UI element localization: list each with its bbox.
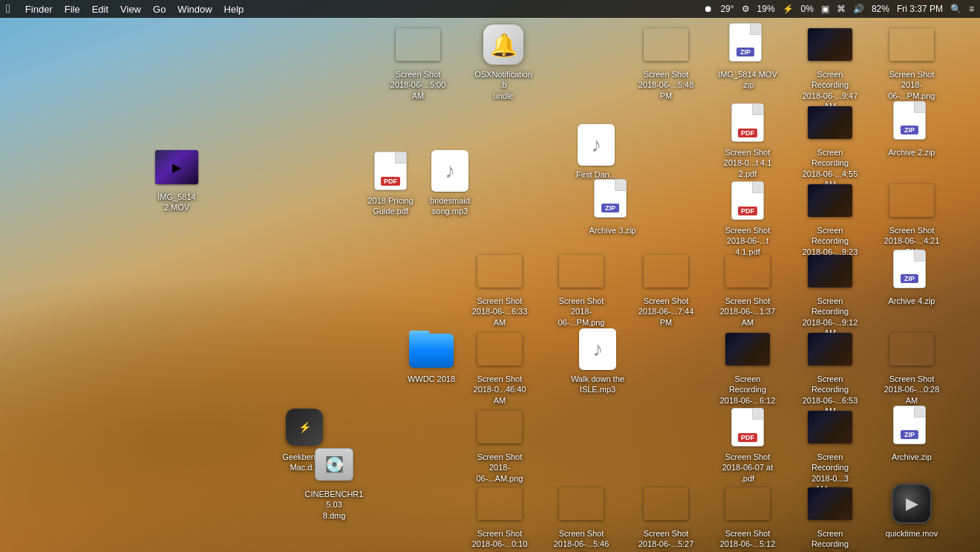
icon-ss-18[interactable]: Screen Shot2018-06-...5:12 PM bbox=[718, 481, 777, 552]
music-file-icon: ♪ bbox=[575, 327, 620, 371]
icon-bridesmaid[interactable]: ♪ bridesmaidsong.mp3 bbox=[420, 149, 480, 217]
icon-ss-5[interactable]: PDF Screen Shot2018-06-...t 4.1.pdf bbox=[718, 178, 777, 257]
icon-ss-9[interactable]: Screen Shot2018-06-...7:44 PM bbox=[636, 249, 696, 328]
icon-img-mov[interactable]: ZIP IMG_5814.MOV.zip bbox=[718, 22, 777, 91]
icon-ss-8[interactable]: Screen Shot2018-06-...PM.png bbox=[552, 249, 611, 328]
icon-label: CINEBENCHR15.038.dmg bbox=[304, 489, 364, 521]
icon-ss-14[interactable]: PDF Screen Shot2018-06-07 at .pdf bbox=[718, 405, 777, 484]
icon-quicktime[interactable]: ▶ quicktime.mov bbox=[882, 481, 941, 539]
icon-label: IMG_5814.MOV.zip bbox=[718, 69, 777, 91]
icon-osx[interactable]: 🔔 OSXNotification.bundle bbox=[474, 22, 533, 101]
icon-label: Screen Shot2018-0...46:40 AM bbox=[470, 374, 529, 406]
quicktime-icon: ▶ bbox=[889, 481, 934, 526]
icon-thumbnail bbox=[644, 481, 688, 526]
icon-thumbnail bbox=[725, 249, 770, 293]
pdf-file-icon: PDF bbox=[725, 405, 770, 449]
icon-img-mov2[interactable]: ▶ IMG_5814 2.MOV bbox=[147, 145, 206, 213]
view-menu[interactable]: View bbox=[120, 4, 141, 15]
icon-ss-12[interactable]: Screen Shot2018-06-...0:28 AM bbox=[882, 327, 941, 406]
icon-recording-5[interactable]: Screen Recording2018-06-...6:12 PM bbox=[718, 327, 777, 416]
icon-thumbnail bbox=[477, 405, 522, 449]
icon-label: Screen Shot2018-06-...7:44 PM bbox=[636, 296, 696, 328]
help-menu[interactable]: Help bbox=[224, 4, 244, 15]
zip-file-icon: ZIP bbox=[889, 100, 934, 145]
icon-ss-4[interactable]: PDF Screen Shot2018-0...t 4.1 2.pdf bbox=[718, 100, 777, 179]
search-icon[interactable]: 🔍 bbox=[950, 4, 961, 14]
icon-label: Screen Shot2018-06-...5:27 PM bbox=[636, 528, 696, 552]
icon-ss-3[interactable]: Screen Shot2018-06-...PM.png bbox=[882, 22, 941, 101]
icon-archive2[interactable]: ZIP Archive 2.zip bbox=[882, 100, 941, 158]
icon-label: Screen Shot2018-06-...5:48 PM bbox=[636, 69, 696, 101]
icon-recording-4[interactable]: Screen Recording2018-06-...9:12 AM bbox=[800, 249, 860, 338]
icon-recording-8[interactable]: Screen Recording2018-06-...7:44 AM bbox=[800, 481, 860, 552]
folder-icon bbox=[409, 327, 454, 371]
menubar-left:  Finder File Edit View Go Window Help bbox=[6, 2, 244, 16]
icon-label: IMG_5814 2.MOV bbox=[147, 192, 206, 213]
temperature: 29° bbox=[720, 4, 734, 14]
icon-archive3[interactable]: ZIP Archive 3.zip bbox=[583, 178, 642, 236]
apple-menu[interactable]:  bbox=[6, 2, 10, 16]
pdf-file-icon: PDF bbox=[725, 100, 770, 145]
display-icon[interactable]: ▣ bbox=[821, 4, 829, 14]
icon-firstdance[interactable]: ♪ First Dan... bbox=[566, 123, 626, 180]
icon-ss-2[interactable]: Screen Shot2018-06-...5:48 PM bbox=[636, 22, 696, 101]
icon-thumbnail bbox=[808, 22, 852, 67]
icon-thumbnail bbox=[808, 481, 852, 526]
zip-file-icon: ZIP bbox=[889, 249, 934, 293]
icon-ss-11[interactable]: Screen Shot2018-0...46:40 AM bbox=[470, 327, 529, 406]
edit-menu[interactable]: Edit bbox=[92, 4, 108, 15]
icon-label: OSXNotification.bundle bbox=[474, 69, 533, 101]
icon-cinebench[interactable]: 💽 CINEBENCHR15.038.dmg bbox=[304, 442, 364, 521]
icon-thumbnail bbox=[889, 327, 934, 371]
icon-wwdc[interactable]: WWDC 2018 bbox=[402, 327, 461, 384]
icon-ss-13[interactable]: Screen Shot2018-06-...AM.png bbox=[470, 405, 529, 484]
icon-ss-6[interactable]: Screen Shot2018-06-...4:21 PM bbox=[882, 178, 941, 257]
video-file-icon: ▶ bbox=[154, 145, 199, 189]
icon-recording-6[interactable]: Screen Recording2018-06-...6:53 AM bbox=[800, 327, 860, 416]
icon-recording-1[interactable]: Screen Recording2018-06-...9:47 AM bbox=[800, 22, 860, 111]
file-menu[interactable]: File bbox=[65, 4, 80, 15]
icon-thumbnail bbox=[808, 100, 852, 145]
icon-thumbnail bbox=[477, 481, 522, 526]
icon-walkdown[interactable]: ♪ Walk down theISLE.mp3 bbox=[568, 327, 627, 395]
icon-ss-7[interactable]: Screen Shot2018-06-...6:33 AM bbox=[470, 249, 529, 328]
icon-label: Screen Recording2018-06-...7:44 AM bbox=[800, 528, 860, 552]
icon-ss-17[interactable]: Screen Shot2018-06-...5:27 PM bbox=[636, 481, 696, 552]
zip-file-icon: ZIP bbox=[590, 178, 635, 223]
list-icon[interactable]: ≡ bbox=[969, 4, 974, 14]
pdf-file-icon: PDF bbox=[368, 149, 413, 193]
icon-label: bridesmaidsong.mp3 bbox=[430, 195, 470, 217]
icon-pricing[interactable]: PDF 2018 PricingGuide.pdf bbox=[361, 149, 420, 217]
cpu-icon: ⚙ bbox=[742, 4, 750, 14]
power-percent: 0% bbox=[801, 4, 814, 14]
icon-label: Screen Shot2018-06-...0:10 AM bbox=[470, 528, 529, 552]
volume-icon[interactable]: 🔊 bbox=[853, 4, 864, 14]
finder-menu[interactable]: Finder bbox=[25, 4, 53, 15]
desktop: Screen Shot2018-06-...5:00 AM 🔔 OSXNotif… bbox=[0, 18, 980, 552]
icon-label: Walk down theISLE.mp3 bbox=[571, 374, 624, 395]
icon-recording-2[interactable]: Screen Recording2018-06-...4:55 AM bbox=[800, 100, 860, 189]
icon-ss-15[interactable]: Screen Shot2018-06-...0:10 AM bbox=[470, 481, 529, 552]
icon-thumbnail bbox=[644, 249, 688, 293]
icon-thumbnail bbox=[477, 249, 522, 293]
icon-thumbnail bbox=[725, 481, 770, 526]
battery-level: 82% bbox=[872, 4, 889, 14]
icon-label: Screen Shot2018-06-...PM.png bbox=[552, 296, 611, 328]
icon-label: WWDC 2018 bbox=[408, 374, 455, 384]
icon-ss-10[interactable]: Screen Shot2018-06-...1:37 AM bbox=[718, 249, 777, 328]
icon-thumbnail bbox=[725, 327, 770, 371]
icon-label: Archive.zip bbox=[892, 452, 932, 462]
icon-archivezip[interactable]: ZIP Archive.zip bbox=[882, 405, 941, 462]
go-menu[interactable]: Go bbox=[153, 4, 166, 15]
bundle-icon: 🔔 bbox=[481, 22, 526, 67]
icon-thumbnail bbox=[644, 22, 688, 67]
icon-thumbnail bbox=[396, 22, 440, 67]
icon-ss-16[interactable]: Screen Shot2018-06-...5:46 AM bbox=[552, 481, 611, 552]
wifi-icon[interactable]: ⌘ bbox=[837, 4, 846, 14]
battery-percent: 19% bbox=[757, 4, 775, 14]
window-menu[interactable]: Window bbox=[177, 4, 212, 15]
icon-ss-1[interactable]: Screen Shot2018-06-...5:00 AM bbox=[388, 22, 448, 101]
icon-archive4[interactable]: ZIP Archive 4.zip bbox=[882, 249, 941, 306]
zip-file-icon: ZIP bbox=[725, 22, 770, 67]
icon-label: 2018 PricingGuide.pdf bbox=[368, 195, 413, 217]
